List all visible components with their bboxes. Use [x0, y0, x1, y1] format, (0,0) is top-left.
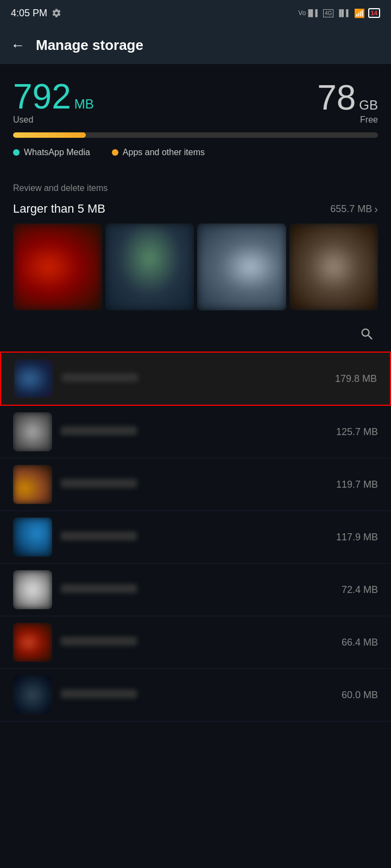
storage-legend: WhatsApp Media Apps and other items	[13, 148, 378, 157]
status-icons: Vo▐▌▌ 4G ▐▌▌ 📶 14	[298, 8, 380, 18]
item-name-blurred-3	[61, 479, 137, 488]
search-button[interactable]	[356, 323, 378, 345]
thumbnail-3	[197, 224, 286, 310]
item-size-6: 66.4 MB	[342, 637, 378, 648]
free-value: 78	[317, 80, 356, 115]
volte-icon: 4G	[323, 9, 333, 17]
search-icon	[360, 327, 375, 342]
item-info-7	[61, 690, 333, 700]
item-name-blurred-4	[61, 532, 137, 540]
legend-whatsapp: WhatsApp Media	[13, 148, 90, 157]
thumbnail-4	[289, 224, 379, 310]
battery-icon: 14	[368, 8, 380, 18]
list-item[interactable]: 72.4 MB	[0, 564, 391, 616]
list-item[interactable]: 60.0 MB	[0, 669, 391, 722]
item-name-blurred-7	[61, 690, 137, 698]
larger-than-value: 655.7 MB	[330, 203, 372, 215]
item-info-6	[61, 637, 333, 648]
used-value: 792	[13, 79, 71, 114]
item-info-4	[61, 532, 327, 542]
item-size-5: 72.4 MB	[342, 584, 378, 596]
wifi-icon: 📶	[354, 8, 365, 18]
item-info-1	[62, 373, 326, 384]
chat-list: 179.8 MB 125.7 MB 119.7 MB 117.9 MB	[0, 352, 391, 722]
larger-than-size: 655.7 MB ›	[330, 203, 378, 215]
larger-than-label: Larger than 5 MB	[13, 202, 105, 216]
image-preview-grid[interactable]	[13, 224, 378, 310]
storage-progress-bar	[13, 132, 378, 138]
review-title: Review and delete items	[13, 183, 378, 193]
whatsapp-media-label: WhatsApp Media	[24, 148, 90, 157]
status-time: 4:05 PM	[11, 8, 61, 19]
item-thumbnail-5	[13, 570, 52, 609]
search-row	[0, 323, 391, 352]
list-item[interactable]: 66.4 MB	[0, 616, 391, 669]
storage-free: 78 GB Free	[317, 80, 378, 125]
back-button[interactable]: ←	[11, 37, 25, 54]
list-item[interactable]: 119.7 MB	[0, 458, 391, 511]
item-thumbnail-4	[13, 518, 52, 557]
storage-overview: 792 MB Used 78 GB Free WhatsApp Media Ap…	[0, 64, 391, 170]
free-unit: GB	[359, 98, 378, 113]
item-thumbnail-1	[14, 359, 53, 398]
list-item[interactable]: 179.8 MB	[0, 352, 391, 406]
item-size-4: 117.9 MB	[336, 532, 378, 543]
legend-apps: Apps and other items	[112, 148, 205, 157]
item-size-3: 119.7 MB	[336, 479, 378, 490]
signal2-icon: ▐▌▌	[337, 9, 351, 17]
item-name-blurred-6	[61, 637, 137, 646]
item-info-3	[61, 479, 327, 490]
item-info-2	[61, 426, 327, 437]
item-size-2: 125.7 MB	[336, 426, 378, 438]
thumbnail-2	[105, 224, 194, 310]
item-thumbnail-6	[13, 623, 52, 662]
time-display: 4:05 PM	[11, 8, 47, 19]
thumbnail-1	[13, 224, 102, 310]
item-name-blurred-2	[61, 426, 137, 435]
page-title: Manage storage	[36, 37, 143, 54]
used-label: Used	[13, 115, 94, 125]
used-unit: MB	[74, 97, 94, 112]
larger-than-row[interactable]: Larger than 5 MB 655.7 MB ›	[13, 202, 378, 216]
signal-icon: Vo▐▌▌	[298, 9, 320, 17]
item-size-1: 179.8 MB	[335, 373, 377, 385]
item-name-blurred-1	[62, 373, 138, 382]
apps-dot	[112, 149, 118, 156]
list-item[interactable]: 117.9 MB	[0, 511, 391, 564]
item-name-blurred-5	[61, 584, 137, 593]
page-header: ← Manage storage	[0, 26, 391, 64]
whatsapp-dot	[13, 149, 20, 156]
item-thumbnail-2	[13, 412, 52, 451]
settings-icon	[52, 8, 61, 18]
chevron-right-icon: ›	[374, 203, 378, 215]
progress-fill	[13, 132, 86, 138]
item-thumbnail-7	[13, 675, 52, 714]
review-section: Review and delete items Larger than 5 MB…	[0, 170, 391, 310]
storage-numbers: 792 MB Used 78 GB Free	[13, 79, 378, 125]
apps-label: Apps and other items	[123, 148, 205, 157]
item-info-5	[61, 584, 333, 595]
list-item[interactable]: 125.7 MB	[0, 406, 391, 458]
item-thumbnail-3	[13, 465, 52, 504]
storage-used: 792 MB Used	[13, 79, 94, 125]
free-label: Free	[360, 115, 378, 125]
item-size-7: 60.0 MB	[342, 690, 378, 701]
status-bar: 4:05 PM Vo▐▌▌ 4G ▐▌▌ 📶 14	[0, 0, 391, 26]
